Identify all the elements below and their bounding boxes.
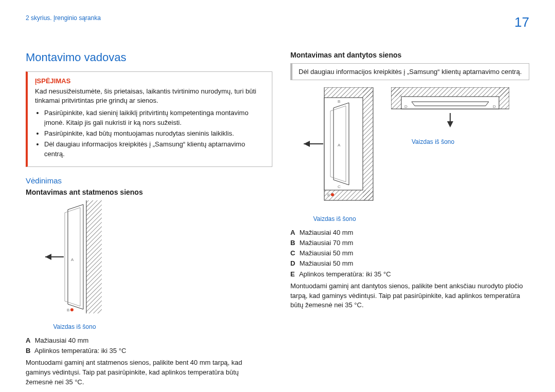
- side-view-label: Vaizdas iš šono: [293, 215, 376, 222]
- svg-text:A: A: [71, 257, 74, 262]
- figure-indented-wall: B A C E Vaizdas iš šono: [293, 87, 529, 222]
- legend-indented: A Mažiausiai 40 mm B Mažiausiai 70 mm C …: [290, 228, 529, 279]
- page: 2 skyrius. Įrenginio sąranka 17 Montavim…: [0, 0, 555, 392]
- right-column: Montavimas ant dantytos sienos Dėl daugi…: [290, 51, 529, 387]
- warning-bullet: Dėl daugiau informacijos kreipkitės į „S…: [44, 140, 265, 159]
- svg-text:A: A: [338, 143, 341, 147]
- legend-val: Mažiausiai 70 mm: [300, 239, 354, 247]
- svg-marker-4: [65, 208, 80, 306]
- svg-rect-1: [86, 200, 102, 313]
- left-column: Montavimo vadovas ĮSPĖJIMAS Kad nesusiže…: [26, 51, 265, 387]
- legend-val: Mažiausiai 40 mm: [35, 337, 89, 344]
- svg-marker-3: [68, 204, 83, 309]
- legend-val: Mažiausiai 40 mm: [300, 229, 354, 236]
- figure-indented-top: D D Vaizdas iš šono: [391, 87, 530, 145]
- section-heading-perpendicular: Montavimas ant statmenos sienos: [26, 188, 265, 196]
- svg-rect-30: [401, 97, 499, 109]
- legend-val: Mažiausiai 50 mm: [300, 259, 354, 267]
- legend-row: C Mažiausiai 50 mm: [290, 248, 529, 258]
- figure-indented-svg: B A C E: [293, 87, 376, 211]
- svg-rect-12: [363, 87, 373, 200]
- warning-bullet: Pasirūpinkite, kad sieninį laikiklį prit…: [44, 108, 265, 128]
- legend-row: E Aplinkos temperatūra: iki 35 °C: [290, 269, 529, 279]
- figure-perpendicular-svg: A B: [36, 200, 113, 319]
- svg-rect-15: [324, 98, 363, 190]
- warning-title: ĮSPĖJIMAS: [35, 77, 265, 85]
- legend-perpendicular: A Mažiausiai 40 mm B Aplinkos temperatūr…: [26, 335, 265, 356]
- info-box: Dėl daugiau informacijos kreipkitės į „S…: [290, 63, 529, 80]
- svg-text:C: C: [338, 184, 341, 189]
- page-number: 17: [514, 14, 529, 30]
- ventilation-heading: Vėdinimas: [26, 176, 265, 185]
- legend-key: E: [290, 269, 298, 279]
- svg-marker-19: [304, 141, 310, 147]
- legend-val: Aplinkos temperatūra: iki 35 °C: [34, 347, 126, 354]
- legend-val: Mažiausiai 50 mm: [300, 249, 354, 257]
- svg-text:B: B: [338, 99, 340, 104]
- legend-key: D: [290, 258, 298, 269]
- legend-key: B: [26, 346, 33, 356]
- side-view-label: Vaizdas iš šono: [36, 323, 113, 330]
- warning-box: ĮSPĖJIMAS Kad nesusižeistumėte, šis prie…: [26, 71, 272, 167]
- section-heading-indented: Montavimas ant dantytos sienos: [290, 51, 529, 59]
- svg-text:B: B: [67, 308, 69, 312]
- warning-list: Pasirūpinkite, kad sieninį laikiklį prit…: [35, 108, 265, 159]
- columns: Montavimo vadovas ĮSPĖJIMAS Kad nesusiže…: [26, 51, 529, 387]
- figure-top-svg: D D: [391, 87, 509, 134]
- legend-row: A Mažiausiai 40 mm: [290, 228, 529, 238]
- legend-row: D Mažiausiai 50 mm: [290, 258, 529, 269]
- svg-text:E: E: [327, 193, 330, 197]
- svg-text:D: D: [493, 104, 496, 109]
- paragraph-perpendicular: Montuodami gaminį ant statmenos sienos, …: [26, 358, 265, 387]
- legend-val: Aplinkos temperatūra: iki 35 °C: [299, 270, 391, 278]
- legend-key: A: [26, 335, 33, 346]
- warning-bullet: Pasirūpinkite, kad būtų montuojamas nuro…: [44, 129, 265, 139]
- warning-lead: Kad nesusižeistumėte, šis prietaisas, la…: [35, 87, 265, 105]
- legend-key: C: [290, 248, 298, 258]
- figure-indented-main: B A C E Vaizdas iš šono: [293, 87, 376, 222]
- legend-row: B Mažiausiai 70 mm: [290, 238, 529, 248]
- svg-rect-26: [391, 87, 509, 97]
- page-title: Montavimo vadovas: [26, 51, 265, 64]
- svg-text:D: D: [404, 104, 408, 109]
- figure-perpendicular-wall: A B Vaizdas iš šono: [36, 200, 265, 330]
- legend-row: B Aplinkos temperatūra: iki 35 °C: [26, 346, 265, 356]
- svg-marker-35: [447, 121, 453, 127]
- svg-point-9: [70, 308, 73, 311]
- svg-rect-28: [499, 87, 509, 109]
- svg-rect-27: [391, 87, 401, 109]
- side-view-label: Vaizdas iš šono: [412, 138, 530, 145]
- legend-row: A Mažiausiai 40 mm: [26, 335, 265, 346]
- legend-key: A: [290, 228, 298, 238]
- chapter-label: 2 skyrius. Įrenginio sąranka: [26, 14, 101, 22]
- svg-marker-6: [45, 254, 51, 260]
- paragraph-indented: Montuodami gaminį ant dantytos sienos, p…: [290, 282, 529, 311]
- legend-key: B: [290, 238, 298, 248]
- svg-point-24: [331, 193, 334, 196]
- top-bar: 2 skyrius. Įrenginio sąranka 17: [26, 14, 529, 30]
